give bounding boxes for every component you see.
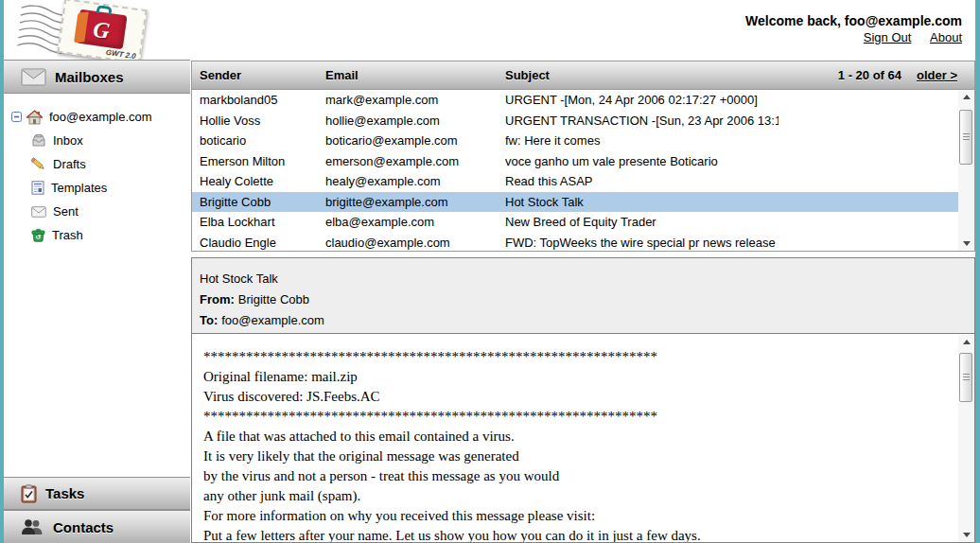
from-value: Brigitte Cobb (238, 292, 309, 307)
message-count-label: 1 - 20 of 64 (838, 68, 901, 82)
about-link[interactable]: About (930, 30, 962, 44)
window-edge-right (975, 0, 980, 543)
arrow-up-icon (963, 95, 971, 99)
to-value: foo@example.com (221, 313, 324, 327)
contacts-section-header[interactable]: Contacts (4, 510, 190, 543)
mail-row-subject: URGENT TRANSACTION -[Sun, 23 Apr 2006 13… (505, 111, 779, 131)
welcome-message: Welcome back, foo@example.com (745, 13, 962, 28)
detail-subject: Hot Stock Talk (200, 268, 974, 289)
mail-row-email: claudio@example.com (325, 233, 500, 252)
sidebar: Mailboxes foo@ex (4, 60, 190, 543)
detail-from: From: Brigitte Cobb (200, 289, 974, 309)
tree-item-label: Templates (49, 181, 107, 195)
mail-body: ****************************************… (192, 335, 958, 542)
mail-row-sender: Elba Lockhart (200, 212, 323, 233)
column-header-subject: Subject (505, 61, 795, 89)
tree-item-trash[interactable]: ↺ Trash (11, 223, 190, 247)
mail-row[interactable]: Claudio Engle claudio@example.com FWD: T… (192, 233, 958, 252)
tasks-section-header[interactable]: Tasks (4, 477, 190, 510)
inbox-icon (31, 134, 46, 148)
mailboxes-envelope-icon (21, 68, 46, 86)
column-header-sender: Sender (200, 61, 323, 89)
top-bar: G GWT 2.0 Welcome back, foo@example.com … (4, 0, 975, 60)
column-header-email: Email (325, 61, 500, 89)
scroll-down-button[interactable] (958, 528, 974, 542)
trash-icon: ↺ (31, 228, 45, 242)
arrow-up-icon (963, 340, 971, 344)
mail-list-scrollbar[interactable] (958, 90, 974, 251)
mailbox-tree: foo@example.com Inbox (4, 94, 190, 247)
thumb-grip-icon (963, 374, 970, 382)
tree-children: Inbox Drafts (11, 129, 190, 247)
mail-row-sender: markboland05 (200, 90, 323, 111)
arrow-down-icon (963, 533, 971, 537)
mail-row-sender: Emerson Milton (200, 151, 323, 172)
sign-out-link[interactable]: Sign Out (864, 30, 912, 44)
svg-text:↺: ↺ (36, 234, 42, 240)
mail-row-sender: Brigitte Cobb (200, 192, 323, 213)
sent-envelope-icon (31, 206, 46, 218)
tree-root-label: foo@example.com (47, 110, 152, 124)
gwt-logo-letter: G (76, 10, 128, 51)
mail-app-window: G GWT 2.0 Welcome back, foo@example.com … (0, 0, 980, 543)
older-page-link[interactable]: older > (917, 68, 957, 82)
scroll-up-button[interactable] (958, 335, 974, 349)
mailboxes-section-label: Mailboxes (55, 69, 124, 85)
drafts-pencil-icon (31, 157, 46, 171)
mail-row-subject: FWD: TopWeeks the wire special pr news r… (505, 233, 779, 252)
tree-item-inbox[interactable]: Inbox (11, 129, 190, 152)
mail-row-subject: fw: Here it comes (505, 131, 779, 151)
gwt-toolbox-icon: G (76, 9, 128, 50)
gwt-logo: G GWT 2.0 (11, 2, 163, 62)
mail-row-sender: Hollie Voss (200, 111, 323, 131)
contacts-people-icon (21, 519, 44, 535)
mail-detail-scrollbar[interactable] (958, 335, 974, 542)
tree-item-label: Drafts (51, 157, 86, 171)
mail-row-subject: voce ganho um vale presente Boticario (505, 151, 779, 172)
mail-row[interactable]: Elba Lockhart elba@example.com New Breed… (192, 212, 958, 233)
thumb-grip-icon (963, 133, 970, 142)
mailboxes-section-header[interactable]: Mailboxes (4, 60, 190, 94)
window-edge-left (0, 0, 4, 543)
gwt-stamp: G GWT 2.0 (57, 0, 147, 64)
detail-to: To: foo@example.com (200, 309, 974, 330)
mail-row-email: emerson@example.com (325, 151, 500, 172)
scroll-down-button[interactable] (958, 236, 974, 251)
scroll-up-button[interactable] (958, 90, 974, 104)
mail-row[interactable]: Hollie Voss hollie@example.com URGENT TR… (192, 111, 958, 131)
mail-row[interactable]: Brigitte Cobb brigitte@example.com Hot S… (192, 192, 958, 213)
mail-detail-panel: Hot Stock Talk From: Brigitte Cobb To: f… (191, 257, 975, 543)
mail-row-subject: New Breed of Equity Trader (505, 212, 779, 233)
home-icon (26, 110, 43, 125)
mail-row[interactable]: Healy Colette healy@example.com Read thi… (192, 171, 958, 192)
to-label: To: (200, 313, 218, 327)
mail-row[interactable]: boticario boticario@example.com fw: Here… (192, 131, 958, 151)
scroll-thumb[interactable] (959, 353, 972, 402)
templates-document-icon (31, 181, 44, 195)
mail-row-sender: Claudio Engle (200, 233, 323, 252)
mail-list-rows: markboland05 mark@example.com URGENT -[M… (192, 90, 958, 251)
tree-item-drafts[interactable]: Drafts (11, 152, 190, 176)
mail-detail-header: Hot Stock Talk From: Brigitte Cobb To: f… (192, 258, 974, 334)
detail-subject-text: Hot Stock Talk (200, 272, 278, 286)
mail-row[interactable]: Emerson Milton emerson@example.com voce … (192, 151, 958, 172)
tree-item-templates[interactable]: Templates (11, 176, 190, 200)
mail-row-subject: URGENT -[Mon, 24 Apr 2006 02:17:27 +0000… (505, 90, 779, 111)
mail-list-panel: Sender Email Subject 1 - 20 of 64 older … (191, 61, 975, 252)
mail-row-email: brigitte@example.com (325, 192, 500, 213)
tree-item-label: Sent (51, 204, 79, 219)
mail-row-subject: Hot Stock Talk (505, 192, 779, 213)
from-label: From: (200, 292, 235, 307)
mail-row-email: hollie@example.com (325, 111, 500, 131)
tasks-clipboard-icon (21, 484, 37, 503)
tree-item-sent[interactable]: Sent (11, 200, 190, 223)
mail-row-email: mark@example.com (325, 90, 500, 111)
mail-row[interactable]: markboland05 mark@example.com URGENT -[M… (192, 90, 958, 111)
mail-row-email: healy@example.com (325, 171, 500, 192)
tree-collapse-icon[interactable] (11, 112, 22, 122)
tree-root-foo-example[interactable]: foo@example.com (11, 105, 190, 129)
tree-item-label: Trash (50, 228, 83, 242)
scroll-thumb[interactable] (959, 110, 972, 165)
arrow-down-icon (963, 241, 971, 246)
top-links: Sign Out About (849, 30, 962, 44)
